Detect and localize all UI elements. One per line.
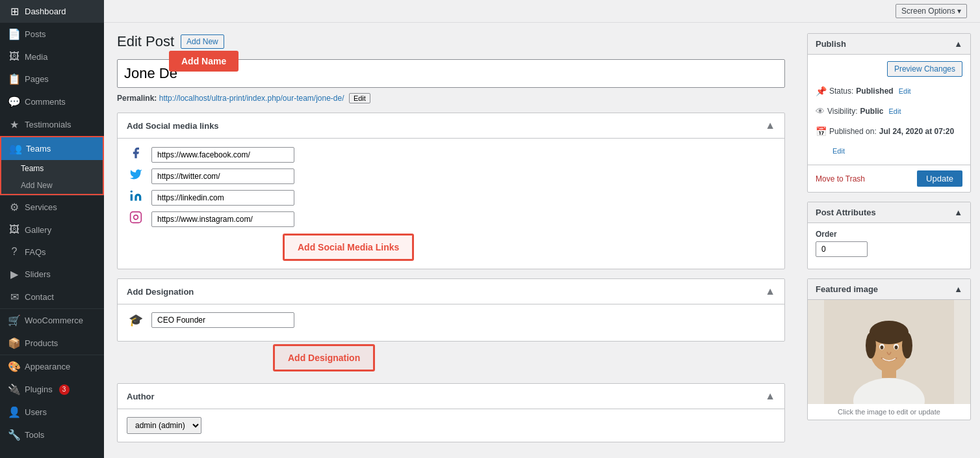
visibility-row: 👁 Visibility: Public Edit [816, 103, 962, 120]
sidebar-subitem-teams[interactable]: Teams [1, 160, 103, 177]
calendar-icon: 📅 [816, 124, 827, 140]
sidebar-item-sliders[interactable]: ▶ Sliders [0, 263, 104, 286]
author-metabox: Author ▲ admin (admin) [117, 383, 785, 442]
sidebar-item-contact[interactable]: ✉ Contact [0, 286, 104, 308]
appearance-icon: 🎨 [8, 360, 21, 373]
linkedin-input[interactable] [151, 190, 294, 206]
published-label: Published on: [829, 125, 877, 139]
sidebar-item-appearance[interactable]: 🎨 Appearance [0, 355, 104, 378]
publish-box: Publish ▲ Preview Changes 📌 Status: [807, 33, 971, 193]
sidebar-item-faqs[interactable]: ? FAQs [0, 241, 104, 263]
visibility-edit-link[interactable]: Edit [888, 105, 901, 118]
featured-image-box: Featured image ▲ [807, 278, 971, 420]
post-attributes-toggle[interactable]: ▲ [954, 208, 962, 217]
post-attributes-header[interactable]: Post Attributes ▲ [808, 202, 970, 223]
linkedin-icon [127, 189, 145, 206]
designation-header[interactable]: Add Designation ▲ [118, 279, 784, 304]
status-row: 📌 Status: Published Edit [816, 83, 962, 100]
screen-options-button[interactable]: Screen Options ▾ [896, 4, 967, 18]
author-body: admin (admin) [118, 409, 784, 442]
main-content: Edit Post Add New Permalink: http://loca… [104, 23, 798, 458]
preview-changes-button[interactable]: Preview Changes [887, 61, 962, 77]
featured-image-caption: Click the image to edit or update [808, 404, 970, 420]
posts-icon: 📄 [8, 28, 21, 40]
sidebar-item-pages[interactable]: 📋 Pages [0, 68, 104, 90]
visibility-icon: 👁 [816, 103, 825, 120]
update-button[interactable]: Update [917, 170, 962, 187]
facebook-input[interactable] [151, 147, 294, 163]
instagram-input[interactable] [151, 211, 294, 227]
sidebar-item-testimonials[interactable]: ★ Testimonials [0, 113, 104, 136]
sidebar-item-gallery[interactable]: 🖼 Gallery [0, 219, 104, 241]
sidebar-item-plugins[interactable]: 🔌 Plugins 3 [0, 378, 104, 401]
order-input[interactable] [816, 241, 868, 257]
sidebar-item-teams[interactable]: 👥 Teams [1, 137, 103, 160]
svg-point-9 [866, 332, 876, 358]
woo-icon: 🛒 [8, 314, 21, 327]
social-row-linkedin [127, 189, 775, 206]
publish-collapse-icon[interactable]: ▲ [954, 39, 962, 49]
sidebar-item-comments[interactable]: 💬 Comments [0, 90, 104, 113]
author-select[interactable]: admin (admin) [127, 417, 201, 434]
status-edit-link[interactable]: Edit [899, 85, 911, 98]
sidebar-item-tools[interactable]: 🔧 Tools [0, 424, 104, 446]
dashboard-icon: ⊞ [8, 5, 21, 18]
top-bar: Screen Options ▾ [104, 0, 980, 23]
comments-icon: 💬 [8, 96, 21, 108]
status-icon: 📌 [816, 83, 827, 100]
permalink-link[interactable]: http://localhost/ultra-print/index.php/o… [159, 94, 344, 103]
author-toggle[interactable]: ▲ [765, 390, 775, 402]
sidebar-item-posts[interactable]: 📄 Posts [0, 23, 104, 46]
svg-rect-2 [131, 212, 142, 223]
plugins-icon: 🔌 [8, 383, 21, 396]
designation-row: 🎓 [127, 312, 775, 328]
author-header[interactable]: Author ▲ [118, 384, 784, 409]
publish-title: Publish [816, 39, 846, 49]
sidebar-item-services[interactable]: ⚙ Services [0, 195, 104, 219]
published-edit-link[interactable]: Edit [832, 147, 845, 155]
products-icon: 📦 [8, 337, 21, 349]
publish-body: Preview Changes 📌 Status: Published Edit [808, 55, 970, 165]
social-media-toggle[interactable]: ▲ [765, 120, 775, 131]
sidebar-item-dashboard[interactable]: ⊞ Dashboard [0, 0, 104, 23]
designation-icon: 🎓 [127, 313, 145, 327]
sidebar-item-products[interactable]: 📦 Products [0, 332, 104, 355]
post-title-input[interactable] [117, 59, 785, 88]
testimonials-icon: ★ [8, 118, 21, 131]
designation-body: 🎓 [118, 304, 784, 341]
publish-header[interactable]: Publish ▲ [808, 34, 970, 55]
add-new-button[interactable]: Add New [181, 34, 224, 49]
social-media-header[interactable]: Add Social media links ▲ [118, 113, 784, 139]
users-icon: 👤 [8, 406, 21, 418]
featured-image-header[interactable]: Featured image ▲ [808, 279, 970, 300]
svg-point-14 [895, 345, 898, 349]
twitter-input[interactable] [151, 168, 294, 184]
designation-title: Add Designation [127, 287, 194, 297]
visibility-value: Public [860, 105, 883, 119]
designation-metabox: Add Designation ▲ 🎓 [117, 278, 785, 342]
sidebar-item-media[interactable]: 🖼 Media [0, 46, 104, 68]
contact-icon: ✉ [8, 291, 21, 303]
sidebar-item-woocommerce[interactable]: 🛒 WooCommerce [0, 308, 104, 332]
publish-footer: Move to Trash Update [808, 165, 970, 192]
add-designation-annotation: Add Designation [273, 344, 375, 371]
post-attributes-title: Post Attributes [816, 208, 876, 217]
services-icon: ⚙ [8, 201, 21, 213]
permalink-row: Permalink: http://localhost/ultra-print/… [117, 93, 785, 103]
svg-point-10 [902, 332, 912, 358]
designation-toggle[interactable]: ▲ [765, 286, 775, 297]
social-row-instagram [127, 211, 775, 227]
featured-image-toggle[interactable]: ▲ [954, 284, 962, 294]
permalink-edit-button[interactable]: Edit [349, 93, 370, 103]
media-icon: 🖼 [8, 51, 21, 62]
svg-point-13 [881, 345, 884, 349]
sidebar-item-users[interactable]: 👤 Users [0, 401, 104, 424]
status-value: Published [856, 85, 893, 99]
author-title: Author [127, 392, 155, 401]
sidebar-subitem-add-new[interactable]: Add New [1, 177, 103, 194]
designation-input[interactable] [151, 312, 294, 328]
move-to-trash-link[interactable]: Move to Trash [816, 174, 865, 183]
gallery-icon: 🖼 [8, 224, 21, 236]
featured-image-preview[interactable] [808, 300, 970, 404]
right-sidebar: Publish ▲ Preview Changes 📌 Status: [798, 23, 980, 458]
